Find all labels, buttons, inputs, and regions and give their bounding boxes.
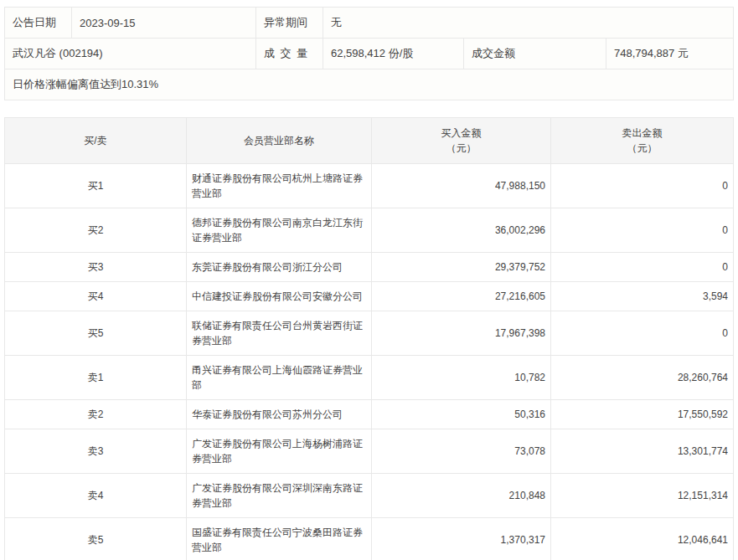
col-header-sell-amount: 卖出金额 （元）	[551, 118, 734, 164]
buy-amount-cell: 1,370,317	[372, 518, 551, 560]
abnormal-period-label-text: 异常期间	[264, 15, 307, 30]
buy-amount-header-text: 买入金额	[377, 126, 545, 141]
table-row: 卖2 华泰证券股份有限公司苏州分公司 50,316 17,550,592	[5, 400, 734, 429]
buy-amount-cell: 210,848	[372, 474, 551, 518]
branch-cell: 甬兴证券有限公司上海仙霞路证券营业部	[187, 356, 372, 400]
branch-cell: 国盛证券有限责任公司宁波桑田路证券营业部	[187, 518, 372, 560]
side-cell: 卖2	[5, 400, 187, 429]
buy-amount-cell: 10,782	[372, 356, 551, 400]
sell-amount-cell: 0	[551, 164, 734, 208]
table-header-row: 买/卖 会员营业部名称 买入金额 （元） 卖出金额 （元）	[5, 118, 734, 164]
table-row: 买1 财通证券股份有限公司杭州上塘路证券营业部 47,988,150 0	[5, 164, 734, 208]
col-header-side: 买/卖	[5, 118, 187, 164]
sell-amount-cell: 0	[551, 208, 734, 253]
branch-cell: 德邦证券股份有限公司南京白龙江东街证券营业部	[187, 208, 372, 253]
info-row-note: 日价格涨幅偏离值达到10.31%	[5, 69, 734, 100]
side-cell: 卖3	[5, 429, 187, 474]
buy-amount-cell: 17,967,398	[372, 311, 551, 356]
buy-amount-unit-text: （元）	[377, 141, 545, 156]
abnormal-period-label: 异常期间	[256, 8, 323, 39]
sell-amount-cell: 12,151,314	[551, 474, 734, 518]
side-cell: 卖5	[5, 518, 187, 560]
turnover-value: 748,794,887 元	[606, 39, 734, 69]
branch-cell: 广发证券股份有限公司上海杨树浦路证券营业部	[187, 429, 372, 474]
table-row: 买2 德邦证券股份有限公司南京白龙江东街证券营业部 36,002,296 0	[5, 208, 734, 253]
col-header-buy-amount: 买入金额 （元）	[372, 118, 551, 164]
branch-cell: 广发证券股份有限公司深圳深南东路证券营业部	[187, 474, 372, 518]
side-cell: 买5	[5, 311, 187, 356]
sell-amount-cell: 0	[551, 311, 734, 356]
table-row: 买5 联储证券有限责任公司台州黄岩西街证券营业部 17,967,398 0	[5, 311, 734, 356]
col-header-branch: 会员营业部名称	[187, 118, 372, 164]
info-row-stock: 武汉凡谷 (002194) 成交量 62,598,412 份/股 成交金额 74…	[5, 39, 734, 69]
buy-amount-cell: 36,002,296	[372, 208, 551, 253]
buy-amount-cell: 47,988,150	[372, 164, 551, 208]
stock-info-section: 公告日期 2023-09-15 异常期间 无 武汉凡谷 (002194) 成交量…	[4, 7, 734, 100]
branch-cell: 中信建投证券股份有限公司安徽分公司	[187, 282, 372, 311]
branch-cell: 东莞证券股份有限公司浙江分公司	[187, 253, 372, 282]
side-cell: 买4	[5, 282, 187, 311]
side-cell: 卖1	[5, 356, 187, 400]
side-cell: 买2	[5, 208, 187, 253]
broker-table-section: 买/卖 会员营业部名称 买入金额 （元） 卖出金额 （元） 买1 财通证券股份有…	[4, 117, 734, 560]
announce-date-value: 2023-09-15	[72, 8, 256, 39]
branch-cell: 联储证券有限责任公司台州黄岩西街证券营业部	[187, 311, 372, 356]
branch-cell: 华泰证券股份有限公司苏州分公司	[187, 400, 372, 429]
stock-info-table: 公告日期 2023-09-15 异常期间 无 武汉凡谷 (002194) 成交量…	[4, 7, 734, 100]
table-row: 买4 中信建投证券股份有限公司安徽分公司 27,216,605 3,594	[5, 282, 734, 311]
sell-amount-unit-text: （元）	[556, 141, 728, 156]
table-row: 卖4 广发证券股份有限公司深圳深南东路证券营业部 210,848 12,151,…	[5, 474, 734, 518]
stock-title: 武汉凡谷 (002194)	[5, 39, 256, 69]
side-cell: 卖4	[5, 474, 187, 518]
sell-amount-cell: 3,594	[551, 282, 734, 311]
table-row: 卖5 国盛证券有限责任公司宁波桑田路证券营业部 1,370,317 12,046…	[5, 518, 734, 560]
volume-label-text: 成交量	[264, 46, 307, 61]
side-cell: 买1	[5, 164, 187, 208]
buy-amount-cell: 27,216,605	[372, 282, 551, 311]
sell-amount-cell: 12,046,641	[551, 518, 734, 560]
table-row: 买3 东莞证券股份有限公司浙江分公司 29,379,752 0	[5, 253, 734, 282]
volume-value: 62,598,412 份/股	[323, 39, 464, 69]
announce-date-label: 公告日期	[5, 8, 72, 39]
buy-amount-cell: 73,078	[372, 429, 551, 474]
branch-cell: 财通证券股份有限公司杭州上塘路证券营业部	[187, 164, 372, 208]
sell-amount-cell: 13,301,774	[551, 429, 734, 474]
sell-amount-cell: 0	[551, 253, 734, 282]
announce-date-label-text: 公告日期	[13, 15, 56, 30]
sell-amount-header-text: 卖出金额	[556, 126, 728, 141]
volume-label: 成交量	[256, 39, 323, 69]
deviation-note: 日价格涨幅偏离值达到10.31%	[5, 69, 734, 100]
side-cell: 买3	[5, 253, 187, 282]
turnover-label: 成交金额	[464, 39, 606, 69]
turnover-label-text: 成交金额	[472, 46, 515, 61]
sell-amount-cell: 28,260,764	[551, 356, 734, 400]
sell-amount-cell: 17,550,592	[551, 400, 734, 429]
info-row-announce: 公告日期 2023-09-15 异常期间 无	[5, 8, 734, 39]
buy-amount-cell: 50,316	[372, 400, 551, 429]
table-row: 卖1 甬兴证券有限公司上海仙霞路证券营业部 10,782 28,260,764	[5, 356, 734, 400]
abnormal-period-value: 无	[323, 8, 734, 39]
buy-amount-cell: 29,379,752	[372, 253, 551, 282]
table-row: 卖3 广发证券股份有限公司上海杨树浦路证券营业部 73,078 13,301,7…	[5, 429, 734, 474]
broker-table: 买/卖 会员营业部名称 买入金额 （元） 卖出金额 （元） 买1 财通证券股份有…	[4, 117, 734, 560]
